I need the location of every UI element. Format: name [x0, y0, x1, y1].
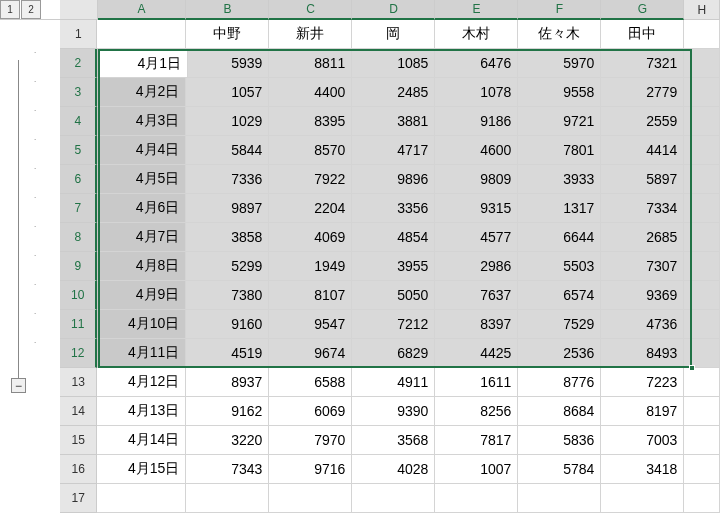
data-cell[interactable]: 7801	[518, 136, 601, 165]
column-header-B[interactable]: B	[186, 0, 269, 20]
data-cell[interactable]: 8256	[435, 397, 518, 426]
data-cell[interactable]: 9162	[186, 397, 269, 426]
data-cell[interactable]: 8493	[601, 339, 684, 368]
data-cell[interactable]: 4519	[186, 339, 269, 368]
cell-empty[interactable]	[684, 252, 720, 281]
data-cell[interactable]: 1029	[186, 107, 269, 136]
data-cell[interactable]: 8197	[601, 397, 684, 426]
date-cell[interactable]: 4月4日	[97, 136, 186, 165]
data-cell[interactable]: 7817	[435, 426, 518, 455]
data-cell[interactable]: 2485	[352, 78, 435, 107]
data-cell[interactable]: 2536	[518, 339, 601, 368]
data-cell[interactable]: 2559	[601, 107, 684, 136]
data-cell[interactable]: 9315	[435, 194, 518, 223]
data-cell[interactable]: 6574	[518, 281, 601, 310]
data-cell[interactable]: 4414	[601, 136, 684, 165]
data-cell[interactable]: 4854	[352, 223, 435, 252]
data-cell[interactable]: 8776	[518, 368, 601, 397]
data-cell[interactable]: 4577	[435, 223, 518, 252]
date-cell[interactable]: 4月1日	[97, 49, 186, 78]
data-cell[interactable]: 5050	[352, 281, 435, 310]
row-header-9[interactable]: 9	[60, 252, 97, 281]
date-cell[interactable]: 4月12日	[97, 368, 186, 397]
cell-empty[interactable]	[684, 20, 720, 49]
cell-empty[interactable]	[518, 484, 601, 513]
data-cell[interactable]: 7343	[186, 455, 269, 484]
data-cell[interactable]: 9160	[186, 310, 269, 339]
cell-empty[interactable]	[269, 484, 352, 513]
data-cell[interactable]: 4911	[352, 368, 435, 397]
cell-empty[interactable]	[684, 223, 720, 252]
data-cell[interactable]: 9369	[601, 281, 684, 310]
data-cell[interactable]: 5970	[518, 49, 601, 78]
data-cell[interactable]: 7307	[601, 252, 684, 281]
column-header-C[interactable]: C	[269, 0, 352, 20]
data-cell[interactable]: 9897	[186, 194, 269, 223]
data-cell[interactable]: 5939	[186, 49, 269, 78]
row-header-8[interactable]: 8	[60, 223, 97, 252]
date-cell[interactable]: 4月3日	[97, 107, 186, 136]
data-cell[interactable]: 9390	[352, 397, 435, 426]
date-cell[interactable]: 4月15日	[97, 455, 186, 484]
cell-empty[interactable]	[684, 397, 720, 426]
header-cell[interactable]	[97, 20, 186, 49]
header-cell[interactable]: 田中	[601, 20, 684, 49]
header-cell[interactable]: 中野	[186, 20, 269, 49]
data-cell[interactable]: 9558	[518, 78, 601, 107]
data-cell[interactable]: 9721	[518, 107, 601, 136]
outline-collapse-button[interactable]: −	[11, 378, 26, 393]
data-cell[interactable]: 1085	[352, 49, 435, 78]
data-cell[interactable]: 6069	[269, 397, 352, 426]
data-cell[interactable]: 8937	[186, 368, 269, 397]
cell-empty[interactable]	[684, 368, 720, 397]
row-header-10[interactable]: 10	[60, 281, 97, 310]
date-cell[interactable]: 4月8日	[97, 252, 186, 281]
data-cell[interactable]: 9896	[352, 165, 435, 194]
data-cell[interactable]: 3418	[601, 455, 684, 484]
data-cell[interactable]: 1317	[518, 194, 601, 223]
data-cell[interactable]: 4028	[352, 455, 435, 484]
date-cell[interactable]: 4月5日	[97, 165, 186, 194]
cell-empty[interactable]	[435, 484, 518, 513]
data-cell[interactable]: 8570	[269, 136, 352, 165]
row-header-7[interactable]: 7	[60, 194, 97, 223]
column-header-E[interactable]: E	[435, 0, 518, 20]
date-cell[interactable]: 4月11日	[97, 339, 186, 368]
row-header-13[interactable]: 13	[60, 368, 97, 397]
cell-empty[interactable]	[684, 281, 720, 310]
data-cell[interactable]: 7380	[186, 281, 269, 310]
data-cell[interactable]: 2986	[435, 252, 518, 281]
row-header-4[interactable]: 4	[60, 107, 97, 136]
cell-empty[interactable]	[684, 49, 720, 78]
data-cell[interactable]: 8397	[435, 310, 518, 339]
data-cell[interactable]: 3568	[352, 426, 435, 455]
data-cell[interactable]: 8684	[518, 397, 601, 426]
data-cell[interactable]: 1007	[435, 455, 518, 484]
data-cell[interactable]: 6476	[435, 49, 518, 78]
row-header-16[interactable]: 16	[60, 455, 97, 484]
data-cell[interactable]: 7321	[601, 49, 684, 78]
cell-empty[interactable]	[684, 484, 720, 513]
data-cell[interactable]: 4069	[269, 223, 352, 252]
data-cell[interactable]: 9674	[269, 339, 352, 368]
data-cell[interactable]: 7637	[435, 281, 518, 310]
cell-empty[interactable]	[684, 194, 720, 223]
cell-empty[interactable]	[601, 484, 684, 513]
row-header-6[interactable]: 6	[60, 165, 97, 194]
data-cell[interactable]: 7223	[601, 368, 684, 397]
date-cell[interactable]: 4月10日	[97, 310, 186, 339]
date-cell[interactable]: 4月6日	[97, 194, 186, 223]
cell-empty[interactable]	[684, 107, 720, 136]
data-cell[interactable]: 2779	[601, 78, 684, 107]
data-cell[interactable]: 6644	[518, 223, 601, 252]
data-cell[interactable]: 5784	[518, 455, 601, 484]
cell-empty[interactable]	[684, 426, 720, 455]
column-header-H[interactable]: H	[684, 0, 720, 20]
header-cell[interactable]: 新井	[269, 20, 352, 49]
data-cell[interactable]: 8107	[269, 281, 352, 310]
cell-empty[interactable]	[684, 310, 720, 339]
date-cell[interactable]: 4月7日	[97, 223, 186, 252]
data-cell[interactable]: 3933	[518, 165, 601, 194]
data-cell[interactable]: 4425	[435, 339, 518, 368]
data-cell[interactable]: 4736	[601, 310, 684, 339]
